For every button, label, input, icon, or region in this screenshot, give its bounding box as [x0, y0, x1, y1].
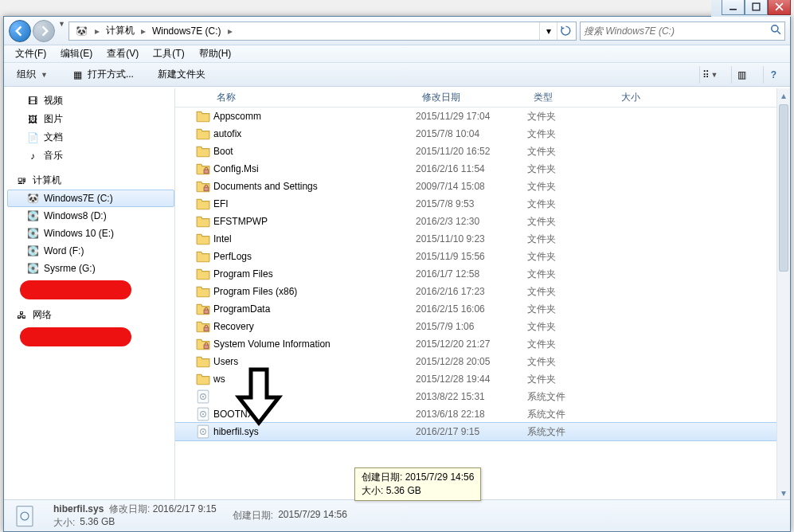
search-input[interactable]: [584, 25, 770, 37]
file-row[interactable]: Config.Msi2016/2/16 11:54文件夹: [175, 160, 790, 178]
folder-icon: [196, 249, 210, 264]
preview-pane-button[interactable]: ▥: [731, 66, 752, 84]
scroll-up-icon[interactable]: ▴: [777, 88, 790, 102]
scroll-down-icon[interactable]: ▾: [777, 486, 790, 499]
chevron-right-icon[interactable]: ▸: [139, 25, 147, 37]
chevron-right-icon[interactable]: ▸: [93, 25, 101, 37]
file-row[interactable]: BOOTNXT2013/6/18 22:18系统文件: [175, 405, 790, 423]
file-row[interactable]: ProgramData2016/2/15 16:06文件夹: [175, 300, 790, 318]
status-mod-value: 2016/2/17 9:15: [153, 503, 217, 514]
close-button[interactable]: [768, 0, 791, 15]
sidebar-item-documents[interactable]: 📄文档: [7, 128, 174, 147]
chevron-right-icon[interactable]: ▸: [226, 25, 234, 37]
tooltip: 创建日期: 2015/7/29 14:56 大小: 5.36 GB: [354, 467, 481, 501]
file-type: 文件夹: [527, 110, 615, 123]
organize-button[interactable]: 组织▼: [10, 65, 54, 84]
file-name: ws: [210, 374, 416, 385]
col-header-size[interactable]: 大小: [616, 91, 688, 104]
file-name: hiberfil.sys: [210, 426, 416, 437]
sidebar-item-video[interactable]: 🎞视频: [7, 92, 174, 110]
file-type: 文件夹: [527, 145, 615, 158]
sidebar-item-music[interactable]: ♪音乐: [7, 147, 174, 165]
back-button[interactable]: [9, 20, 31, 42]
file-row[interactable]: EFI2015/7/8 9:53文件夹: [175, 195, 790, 213]
sidebar-item-pictures[interactable]: 🖼图片: [7, 110, 174, 128]
col-header-name[interactable]: 名称: [212, 91, 417, 104]
breadcrumb-drive[interactable]: Windows7E (C:): [147, 22, 226, 40]
file-row[interactable]: Boot2015/11/20 16:52文件夹: [175, 143, 790, 160]
file-row[interactable]: hiberfil.sys2016/2/17 9:15系统文件: [175, 423, 790, 440]
file-type: 文件夹: [527, 338, 615, 351]
network-icon: 🖧: [15, 309, 28, 322]
sidebar-drive-g[interactable]: 💽Sysrme (G:): [7, 260, 174, 277]
drive-icon: 💽: [26, 262, 39, 275]
search-box[interactable]: [580, 22, 785, 41]
address-bar[interactable]: 🐼 ▸ 计算机 ▸ Windows7E (C:) ▸ ▾: [68, 22, 577, 41]
refresh-button[interactable]: [557, 22, 574, 40]
vertical-scrollbar[interactable]: ▴ ▾: [776, 88, 790, 499]
folder-locked-icon: [196, 337, 210, 351]
view-options-button[interactable]: ⠿▼: [699, 66, 720, 84]
app-icon: ▦: [72, 68, 84, 81]
sidebar-header-network[interactable]: 🖧网络: [7, 306, 174, 324]
file-date: 2016/2/15 16:06: [416, 303, 527, 315]
file-type: 文件夹: [527, 285, 615, 299]
sidebar-drive-f[interactable]: 💽Word (F:): [7, 242, 174, 260]
col-header-date[interactable]: 修改日期: [417, 91, 529, 104]
file-row[interactable]: Users2015/12/28 20:05文件夹: [175, 353, 790, 370]
file-row[interactable]: Program Files2016/1/7 12:58文件夹: [175, 265, 790, 283]
nav-row: ▼ 🐼 ▸ 计算机 ▸ Windows7E (C:) ▸ ▾: [4, 17, 790, 45]
file-date: 2016/1/7 12:58: [416, 268, 527, 280]
menu-file[interactable]: 文件(F): [9, 45, 53, 62]
drive-icon: 💽: [26, 244, 39, 257]
address-dropdown[interactable]: ▾: [539, 22, 557, 40]
file-name: Appscomm: [210, 111, 416, 122]
open-with-button[interactable]: ▦打开方式...: [65, 65, 140, 84]
file-row[interactable]: Program Files (x86)2016/2/16 17:23文件夹: [175, 283, 790, 300]
menu-edit[interactable]: 编辑(E): [54, 45, 99, 62]
breadcrumb-computer[interactable]: 计算机: [101, 22, 139, 40]
file-row[interactable]: Intel2015/11/10 9:23文件夹: [175, 230, 790, 248]
sidebar-header-computer[interactable]: 🖳计算机: [7, 171, 174, 190]
svg-rect-9: [204, 327, 209, 331]
breadcrumb-root[interactable]: 🐼: [71, 22, 93, 40]
file-row[interactable]: PerfLogs2015/11/9 15:56文件夹: [175, 248, 790, 265]
file-row[interactable]: 2013/8/22 15:31系统文件: [175, 388, 790, 405]
folder-icon: [196, 127, 210, 141]
forward-button[interactable]: [33, 20, 55, 42]
file-list[interactable]: Appscomm2015/11/29 17:04文件夹autofix2015/7…: [175, 108, 790, 499]
file-row[interactable]: autofix2015/7/8 10:04文件夹: [175, 125, 790, 143]
new-folder-button[interactable]: 新建文件夹: [151, 65, 212, 84]
help-button[interactable]: ?: [763, 66, 784, 84]
file-row[interactable]: EFSTMPWP2016/2/3 12:30文件夹: [175, 213, 790, 230]
panda-icon: 🐼: [26, 192, 39, 205]
scroll-thumb[interactable]: [779, 104, 788, 272]
menu-view[interactable]: 查看(V): [100, 45, 145, 62]
col-header-type[interactable]: 类型: [529, 91, 616, 104]
svg-rect-1: [753, 3, 760, 10]
history-dropdown[interactable]: ▼: [58, 20, 65, 42]
file-date: 2015/7/8 9:53: [416, 198, 527, 209]
panda-icon: 🐼: [76, 25, 88, 37]
file-date: 2015/11/29 17:04: [416, 111, 527, 122]
file-date: 2015/12/28 20:05: [416, 356, 527, 367]
file-row[interactable]: Recovery2015/7/9 1:06文件夹: [175, 318, 790, 335]
file-row[interactable]: Documents and Settings2009/7/14 15:08文件夹: [175, 178, 790, 195]
status-size-label: 大小:: [53, 516, 75, 530]
file-name: Documents and Settings: [210, 181, 416, 192]
sidebar-drive-c[interactable]: 🐼Windows7E (C:): [7, 190, 174, 207]
sidebar-drive-e[interactable]: 💽Windows 10 (E:): [7, 225, 174, 242]
file-row[interactable]: System Volume Information2015/12/20 21:2…: [175, 335, 790, 353]
file-name: EFSTMPWP: [210, 216, 416, 227]
menu-help[interactable]: 帮助(H): [193, 45, 238, 62]
minimize-button[interactable]: [722, 0, 745, 15]
maximize-button[interactable]: [745, 0, 768, 15]
sidebar-drive-d[interactable]: 💽Windows8 (D:): [7, 207, 174, 225]
folder-locked-icon: [196, 302, 210, 316]
file-row[interactable]: ws2015/12/28 19:44文件夹: [175, 370, 790, 388]
file-type: 系统文件: [527, 408, 615, 421]
file-row[interactable]: Appscomm2015/11/29 17:04文件夹: [175, 108, 790, 125]
menu-tools[interactable]: 工具(T): [147, 45, 190, 62]
search-icon[interactable]: [770, 24, 781, 37]
file-name: ProgramData: [210, 303, 416, 315]
